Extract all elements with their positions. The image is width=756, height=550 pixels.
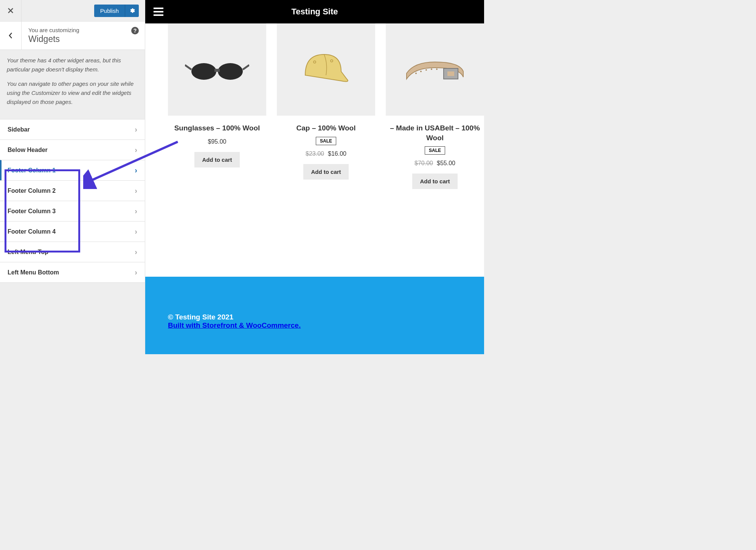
product-name[interactable]: Sunglasses – 100% Wool <box>168 123 266 133</box>
customizer-title: Widgets <box>28 34 138 44</box>
widget-area-label: Footer Column 3 <box>8 208 56 215</box>
widget-area-footer-column-4[interactable]: Footer Column 4› <box>0 221 145 242</box>
chevron-right-icon: › <box>135 186 137 195</box>
customizer-title-wrap: You are customizing Widgets ? <box>22 22 145 50</box>
hamburger-icon <box>154 14 163 16</box>
help-icon: ? <box>134 28 137 34</box>
widget-area-label: Footer Column 4 <box>8 228 56 235</box>
widget-area-footer-column-2[interactable]: Footer Column 2› <box>0 180 145 201</box>
sale-badge: SALE <box>425 146 445 155</box>
price-old: $70.00 <box>414 160 433 166</box>
product-name[interactable]: Cap – 100% Wool <box>277 123 375 133</box>
widget-area-label: Footer Column 2 <box>8 187 56 194</box>
hamburger-icon <box>154 11 163 12</box>
widget-area-below-header[interactable]: Below Header› <box>0 139 145 160</box>
chevron-right-icon: › <box>135 125 137 134</box>
product-name[interactable]: – Made in USABelt – 100% Wool <box>386 123 484 143</box>
svg-point-5 <box>218 63 243 80</box>
customizer-subheading: You are customizing <box>28 27 138 33</box>
belt-icon <box>403 53 467 87</box>
help-button[interactable]: ? <box>131 27 139 34</box>
svg-point-4 <box>191 63 216 80</box>
svg-rect-6 <box>214 69 220 72</box>
chevron-right-icon: › <box>135 166 137 175</box>
close-icon <box>8 8 14 14</box>
hamburger-icon <box>154 8 163 9</box>
publish-settings-button[interactable] <box>125 5 139 17</box>
chevron-right-icon: › <box>135 146 137 154</box>
add-to-cart-button[interactable]: Add to cart <box>412 174 457 189</box>
chevron-right-icon: › <box>135 227 137 236</box>
site-preview: Testing Site Sunglasses – 100% Wool $95.… <box>145 0 484 354</box>
chevron-right-icon: › <box>135 268 137 277</box>
svg-point-15 <box>425 69 427 71</box>
hamburger-menu-button[interactable] <box>154 8 163 16</box>
svg-point-14 <box>420 71 422 72</box>
svg-line-8 <box>243 65 249 70</box>
widget-area-left-menu-top[interactable]: Left Menu Top› <box>0 242 145 262</box>
price-old: $23.00 <box>306 150 324 157</box>
publish-button[interactable]: Publish <box>94 5 125 17</box>
info-paragraph: You can navigate to other pages on your … <box>7 79 138 107</box>
widget-area-label: Sidebar <box>8 126 30 133</box>
svg-rect-12 <box>447 71 454 76</box>
customizer-header: You are customizing Widgets ? <box>0 22 145 50</box>
price-current: $55.00 <box>437 160 455 166</box>
publish-button-group: Publish <box>94 5 139 17</box>
footer-copyright: © Testing Site 2021 <box>168 313 461 321</box>
chevron-right-icon: › <box>135 207 137 215</box>
svg-line-7 <box>185 65 191 70</box>
widget-area-list: Sidebar› Below Header› Footer Column 1› … <box>0 119 145 283</box>
gear-icon <box>129 8 135 14</box>
product-price: $23.00$16.00 <box>277 150 375 157</box>
product-grid: Sunglasses – 100% Wool $95.00 Add to car… <box>145 23 484 189</box>
chevron-right-icon: › <box>135 248 137 256</box>
product-card: Sunglasses – 100% Wool $95.00 Add to car… <box>168 23 266 189</box>
add-to-cart-button[interactable]: Add to cart <box>303 164 348 180</box>
sunglasses-icon <box>185 54 249 85</box>
svg-point-13 <box>415 73 417 74</box>
info-paragraph: Your theme has 4 other widget areas, but… <box>7 56 138 74</box>
sale-badge: SALE <box>316 137 336 145</box>
product-image[interactable] <box>168 23 266 116</box>
product-price: $70.00$55.00 <box>386 160 484 167</box>
customizer-top-bar: Publish <box>0 0 145 22</box>
widget-area-sidebar[interactable]: Sidebar› <box>0 119 145 140</box>
customizer-info: Your theme has 4 other widget areas, but… <box>0 50 145 113</box>
widget-area-label: Below Header <box>8 147 48 153</box>
price-current: $16.00 <box>328 150 346 157</box>
widget-area-footer-column-3[interactable]: Footer Column 3› <box>0 201 145 222</box>
chevron-left-icon <box>8 32 13 39</box>
site-title: Testing Site <box>291 7 338 17</box>
product-image[interactable] <box>277 23 375 116</box>
svg-point-16 <box>431 68 432 70</box>
product-card: – Made in USABelt – 100% Wool SALE $70.0… <box>386 23 484 189</box>
widget-area-label: Left Menu Top <box>8 249 48 256</box>
cap-icon <box>298 49 354 90</box>
back-button[interactable] <box>0 22 22 50</box>
widget-area-footer-column-1[interactable]: Footer Column 1› <box>0 160 145 181</box>
product-card: Cap – 100% Wool SALE $23.00$16.00 Add to… <box>277 23 375 189</box>
customizer-sidebar: Publish You are customizing Widgets ? Yo… <box>0 0 145 354</box>
site-footer: © Testing Site 2021 Built with Storefron… <box>145 277 484 354</box>
product-image[interactable] <box>386 23 484 116</box>
widget-area-label: Footer Column 1 <box>8 167 56 174</box>
product-price: $95.00 <box>168 138 266 145</box>
svg-point-17 <box>436 68 438 70</box>
site-header: Testing Site <box>145 0 484 23</box>
price-current: $95.00 <box>208 138 227 145</box>
footer-credit-link[interactable]: Built with Storefront & WooCommerce <box>168 321 301 329</box>
close-customizer-button[interactable] <box>0 0 22 22</box>
widget-area-left-menu-bottom[interactable]: Left Menu Bottom› <box>0 262 145 283</box>
widget-area-label: Left Menu Bottom <box>8 269 59 276</box>
add-to-cart-button[interactable]: Add to cart <box>194 152 239 167</box>
